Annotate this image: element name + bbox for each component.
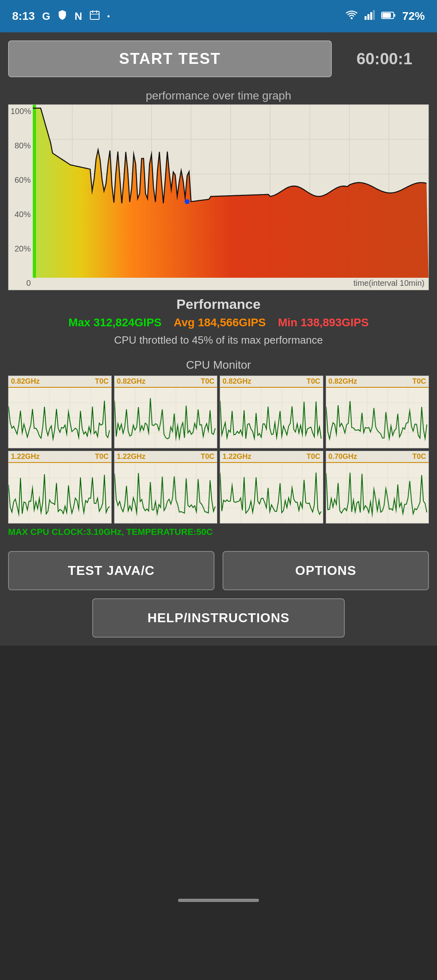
- cpu-freq-3: 0.82GHz: [329, 377, 357, 386]
- y-label-40: 40%: [11, 210, 31, 219]
- bottom-space: [0, 646, 437, 888]
- cpu-cell-header-4: 1.22GHzT0C: [8, 451, 111, 463]
- cpu-mini-chart-1: [115, 388, 217, 448]
- min-stat: Min 138,893GIPS: [278, 316, 369, 329]
- timer-display: 60:00:1: [340, 50, 429, 68]
- svg-rect-7: [370, 12, 372, 20]
- cpu-grid: 0.82GHzT0C0.82GHzT0C0.82GHzT0C0.82GHzT0C…: [8, 376, 429, 524]
- cpu-cell-2: 0.82GHzT0C: [220, 376, 323, 448]
- cpu-freq-6: 1.22GHz: [223, 452, 251, 461]
- cpu-temp-4: T0C: [95, 452, 108, 461]
- y-axis-labels: 100% 80% 60% 40% 20% 0: [8, 105, 33, 290]
- svg-rect-11: [382, 13, 391, 18]
- cpu-cell-1: 0.82GHzT0C: [114, 376, 218, 448]
- cpu-temp-0: T0C: [95, 377, 108, 386]
- graph-title: performance over time graph: [8, 85, 429, 104]
- cpu-cell-header-2: 0.82GHzT0C: [220, 376, 323, 388]
- cpu-freq-5: 1.22GHz: [117, 452, 146, 461]
- home-indicator: [0, 888, 437, 912]
- graph-container: 100% 80% 60% 40% 20% 0 time(interval 10m…: [8, 104, 429, 290]
- cpu-mini-chart-6: [220, 463, 323, 523]
- battery-icon: [381, 10, 396, 23]
- network-icon: N: [74, 10, 82, 23]
- help-instructions-button[interactable]: HELP/INSTRUCTIONS: [92, 598, 345, 638]
- cpu-temp-6: T0C: [306, 452, 320, 461]
- performance-chart: [33, 105, 429, 278]
- cpu-cell-header-3: 0.82GHzT0C: [326, 376, 429, 388]
- perf-title: Performance: [8, 296, 429, 312]
- cpu-freq-7: 0.70GHz: [329, 452, 357, 461]
- cpu-cell-7: 0.70GHzT0C: [326, 451, 429, 524]
- y-label-80: 80%: [11, 141, 31, 150]
- svg-rect-6: [367, 14, 369, 20]
- cpu-temp-1: T0C: [201, 377, 214, 386]
- max-stat: Max 312,824GIPS: [68, 316, 161, 329]
- cpu-cell-0: 0.82GHzT0C: [8, 376, 112, 448]
- svg-point-4: [350, 17, 352, 19]
- cpu-cell-header-1: 0.82GHzT0C: [115, 376, 217, 388]
- options-button[interactable]: OPTIONS: [223, 551, 429, 590]
- svg-rect-0: [90, 11, 99, 19]
- cpu-mini-chart-7: [326, 463, 429, 523]
- cpu-cell-4: 1.22GHzT0C: [8, 451, 112, 524]
- status-left: 8:13 G N •: [12, 9, 110, 23]
- perf-stats: Max 312,824GIPS Avg 184,566GIPS Min 138,…: [8, 316, 429, 329]
- throttle-text: CPU throttled to 45% of its max performa…: [8, 334, 429, 346]
- cpu-temp-2: T0C: [306, 377, 320, 386]
- google-icon: G: [42, 10, 50, 23]
- cpu-mini-chart-3: [326, 388, 429, 448]
- cpu-footer: MAX CPU CLOCK:3.10GHz, TEMPERATURE:50C: [8, 524, 429, 539]
- svg-rect-8: [373, 10, 375, 20]
- cpu-cell-header-5: 1.22GHzT0C: [115, 451, 217, 463]
- perf-section: Performance Max 312,824GIPS Avg 184,566G…: [0, 290, 437, 355]
- start-test-button[interactable]: START TEST: [8, 40, 332, 77]
- cpu-cell-3: 0.82GHzT0C: [326, 376, 429, 448]
- status-bar: 8:13 G N • 72%: [0, 0, 437, 32]
- y-label-100: 100%: [11, 107, 31, 116]
- cpu-cell-6: 1.22GHzT0C: [220, 451, 323, 524]
- svg-rect-5: [365, 16, 367, 20]
- cpu-mini-chart-4: [8, 463, 111, 523]
- cpu-cell-5: 1.22GHzT0C: [114, 451, 218, 524]
- cpu-cell-header-6: 1.22GHzT0C: [220, 451, 323, 463]
- graph-section: performance over time graph 100% 80% 60%…: [0, 85, 437, 290]
- wifi-icon: [346, 10, 358, 23]
- cpu-cell-header-0: 0.82GHzT0C: [8, 376, 111, 388]
- y-label-0: 0: [11, 279, 31, 288]
- y-label-20: 20%: [11, 244, 31, 253]
- signal-icon: [364, 10, 375, 23]
- cpu-mini-chart-5: [115, 463, 217, 523]
- dot-icon: •: [107, 12, 110, 21]
- shield-icon: [57, 9, 67, 23]
- cpu-cell-header-7: 0.70GHzT0C: [326, 451, 429, 463]
- help-btn-row: HELP/INSTRUCTIONS: [0, 594, 437, 646]
- bottom-buttons: TEST JAVA/C OPTIONS: [0, 543, 437, 594]
- home-bar: [178, 899, 259, 902]
- cpu-temp-5: T0C: [201, 452, 214, 461]
- cpu-freq-4: 1.22GHz: [11, 452, 40, 461]
- calendar-icon: [89, 10, 100, 23]
- test-java-c-button[interactable]: TEST JAVA/C: [8, 551, 214, 590]
- cpu-mini-chart-0: [8, 388, 111, 448]
- cpu-temp-7: T0C: [412, 452, 426, 461]
- cpu-freq-1: 0.82GHz: [117, 377, 146, 386]
- cpu-temp-3: T0C: [412, 377, 426, 386]
- top-bar: START TEST 60:00:1: [0, 32, 437, 85]
- cpu-freq-2: 0.82GHz: [223, 377, 251, 386]
- battery-percent: 72%: [402, 10, 425, 23]
- cpu-monitor-section: CPU Monitor 0.82GHzT0C0.82GHzT0C0.82GHzT…: [0, 355, 437, 543]
- avg-stat: Avg 184,566GIPS: [174, 316, 266, 329]
- svg-rect-10: [394, 14, 395, 17]
- cpu-monitor-title: CPU Monitor: [8, 359, 429, 372]
- y-label-60: 60%: [11, 175, 31, 185]
- time-display: 8:13: [12, 10, 35, 23]
- cpu-mini-chart-2: [220, 388, 323, 448]
- x-axis-label: time(interval 10min): [353, 279, 424, 288]
- cpu-freq-0: 0.82GHz: [11, 377, 40, 386]
- status-right: 72%: [346, 10, 425, 23]
